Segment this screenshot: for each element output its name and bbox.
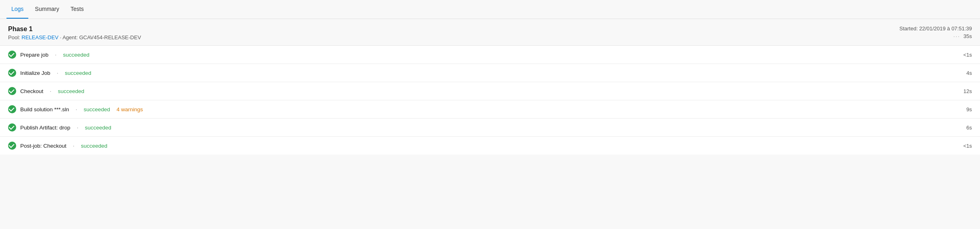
success-icon	[8, 123, 16, 131]
job-left: Initialize Job·succeeded	[8, 69, 91, 77]
job-name: Prepare job	[20, 52, 49, 58]
job-status: succeeded	[85, 125, 111, 131]
started-label: Started: 22/01/2019 à 07:51:39	[899, 25, 972, 32]
job-row[interactable]: Post-job: Checkout·succeeded<1s	[0, 137, 980, 155]
job-separator: ·	[55, 51, 57, 58]
pool-label: Pool:	[8, 34, 20, 40]
job-left: Checkout·succeeded	[8, 87, 84, 95]
phase-title: Phase 1	[8, 25, 141, 33]
phase-header-left: Phase 1 Pool: RELEASE-DEV · Agent: GCAV4…	[8, 25, 141, 40]
job-separator: ·	[57, 70, 58, 76]
job-warnings: 4 warnings	[117, 106, 143, 112]
job-name: Post-job: Checkout	[20, 143, 66, 149]
dots: ···	[953, 33, 960, 39]
job-separator: ·	[76, 106, 77, 112]
job-status: succeeded	[58, 88, 84, 94]
tab-tests[interactable]: Tests	[66, 0, 89, 19]
tab-summary[interactable]: Summary	[30, 0, 64, 19]
job-row[interactable]: Build solution ***.sln·succeeded4 warnin…	[0, 100, 980, 119]
job-duration: 9s	[956, 106, 972, 112]
job-row[interactable]: Initialize Job·succeeded4s	[0, 64, 980, 82]
job-duration: 4s	[956, 70, 972, 76]
job-duration: <1s	[956, 52, 972, 58]
phase-header-right: Started: 22/01/2019 à 07:51:39 ··· 35s	[899, 25, 972, 39]
agent-info: Agent: GCAV454-RELEASE-DEV	[62, 34, 141, 40]
job-name: Publish Artifact: drop	[20, 125, 70, 131]
phase-header: Phase 1 Pool: RELEASE-DEV · Agent: GCAV4…	[0, 19, 980, 45]
success-icon	[8, 51, 16, 59]
job-separator: ·	[50, 88, 51, 94]
job-duration: 6s	[956, 125, 972, 131]
job-name: Initialize Job	[20, 70, 50, 76]
tabs-bar: Logs Summary Tests	[0, 0, 980, 19]
job-separator: ·	[73, 142, 74, 149]
job-row[interactable]: Prepare job·succeeded<1s	[0, 46, 980, 64]
success-icon	[8, 105, 16, 113]
success-icon	[8, 69, 16, 77]
job-status: succeeded	[81, 143, 107, 149]
job-name: Checkout	[20, 88, 43, 94]
job-left: Publish Artifact: drop·succeeded	[8, 123, 111, 131]
success-icon	[8, 142, 16, 150]
job-duration: 12s	[956, 88, 972, 94]
total-duration: 35s	[963, 33, 972, 39]
tab-logs[interactable]: Logs	[6, 0, 28, 19]
job-row[interactable]: Checkout·succeeded12s	[0, 82, 980, 100]
job-left: Post-job: Checkout·succeeded	[8, 142, 107, 150]
pool-link[interactable]: RELEASE-DEV	[21, 34, 58, 40]
job-duration: <1s	[956, 143, 972, 149]
phase-meta: Pool: RELEASE-DEV · Agent: GCAV454-RELEA…	[8, 34, 141, 40]
job-separator: ·	[77, 124, 78, 131]
job-left: Prepare job·succeeded	[8, 51, 89, 59]
success-icon	[8, 87, 16, 95]
job-status: succeeded	[84, 106, 110, 112]
job-row[interactable]: Publish Artifact: drop·succeeded6s	[0, 119, 980, 137]
job-name: Build solution ***.sln	[20, 106, 69, 112]
job-status: succeeded	[63, 52, 89, 58]
phase-duration: ··· 35s	[899, 33, 972, 39]
job-list: Prepare job·succeeded<1sInitialize Job·s…	[0, 45, 980, 155]
job-left: Build solution ***.sln·succeeded4 warnin…	[8, 105, 143, 113]
job-status: succeeded	[65, 70, 91, 76]
